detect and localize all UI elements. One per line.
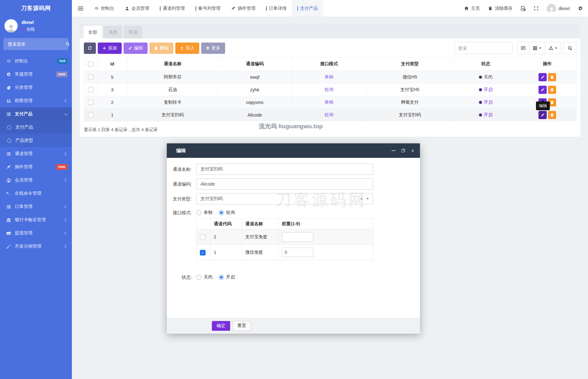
- confirm-button[interactable]: 确定: [212, 321, 230, 331]
- edit-button[interactable]: 编辑: [124, 43, 148, 54]
- sidebar-item-label: 提现管理: [15, 230, 65, 236]
- tab-member[interactable]: 会员管理: [119, 0, 154, 17]
- chevron-down-icon: [366, 198, 369, 199]
- sidebar-item-addon[interactable]: 插件管理new: [0, 160, 72, 174]
- column-header[interactable]: 支付类型: [367, 57, 453, 71]
- menu-toggle-icon[interactable]: [72, 0, 89, 17]
- column-header[interactable]: 接口模式: [292, 57, 367, 71]
- add-button[interactable]: 添加: [98, 43, 122, 54]
- column-header[interactable]: Id: [97, 57, 127, 71]
- delete-button[interactable]: [548, 73, 556, 81]
- select-all-checkbox[interactable]: [88, 61, 93, 67]
- column-header[interactable]: 通道名称: [127, 57, 218, 71]
- channel-code-label: 通道编码:: [167, 178, 196, 190]
- delete-button[interactable]: [548, 111, 556, 119]
- tab-channel-list[interactable]: 通道列管理: [154, 0, 190, 17]
- dialog-header[interactable]: 编辑 ×: [167, 143, 420, 158]
- edit-button[interactable]: [539, 86, 547, 94]
- channels-column-header: 通道名称: [242, 219, 279, 229]
- edit-button[interactable]: [539, 111, 547, 119]
- mode-link[interactable]: 轮询: [325, 87, 334, 92]
- sidebar-item-label: 产品类型: [15, 138, 67, 143]
- weight-input[interactable]: [282, 248, 313, 257]
- mode-link[interactable]: 轮询: [325, 112, 334, 117]
- channel-code: Alicode: [218, 109, 292, 121]
- language-icon[interactable]: A: [521, 6, 526, 11]
- tab-addon[interactable]: 插件管理: [226, 0, 261, 17]
- row-checkbox[interactable]: [88, 74, 93, 80]
- sidebar-item-category[interactable]: 分类管理: [0, 81, 72, 94]
- status-radio-关闭[interactable]: 关闭: [196, 274, 212, 280]
- sidebar-item-command[interactable]: >_在线命令管理: [0, 187, 72, 200]
- edit-button[interactable]: [539, 73, 547, 81]
- mode-link[interactable]: 单独: [325, 100, 334, 105]
- channel-checkbox[interactable]: ✓: [200, 250, 206, 256]
- minimize-icon[interactable]: [392, 150, 395, 151]
- sidebar-item-order[interactable]: 订单管理: [0, 200, 72, 213]
- tab-pay-product[interactable]: 支付产品: [292, 0, 323, 17]
- export-icon[interactable]: [545, 42, 561, 54]
- sidebar-item-auth[interactable]: 权限管理: [0, 94, 72, 107]
- filter-tab-all[interactable]: 全部: [84, 26, 102, 38]
- column-header[interactable]: 状态: [453, 57, 518, 71]
- close-icon[interactable]: ×: [411, 148, 414, 153]
- filter-tab-open[interactable]: 开启: [124, 26, 142, 38]
- sidebar-item-bankcard[interactable]: 银行卡验证管理: [0, 213, 72, 227]
- channels-table: 通道代码通道名称权重(1-9) 2支付宝免签✓1微信免签: [196, 218, 373, 260]
- pay-type-select[interactable]: 支付宝扫码 ✕: [196, 193, 373, 204]
- users-icon: [6, 99, 11, 103]
- filter-tabs: 全部关闭开启: [80, 23, 580, 38]
- status-radios: 关闭开启: [196, 274, 235, 280]
- clear-cache-button[interactable]: 清除缓存: [488, 6, 512, 11]
- tab-order-detail[interactable]: 订单详情: [261, 0, 292, 17]
- import-button[interactable]: 导入: [175, 43, 199, 54]
- sidebar-item-withdraw[interactable]: VISA提现管理: [0, 227, 72, 240]
- sidebar-item-dashboard[interactable]: 控制台hot: [0, 55, 72, 68]
- sidebar-item-product-type[interactable]: 产品类型: [0, 134, 72, 147]
- fullscreen-icon[interactable]: [534, 6, 539, 11]
- row-checkbox[interactable]: [88, 112, 93, 118]
- mode-radio-轮询[interactable]: 轮询: [219, 210, 235, 215]
- row-checkbox[interactable]: [88, 100, 93, 105]
- delete-button[interactable]: [548, 86, 556, 94]
- row-checkbox[interactable]: [88, 87, 93, 92]
- maximize-icon[interactable]: [401, 149, 405, 152]
- topbar-user[interactable]: dkewl: [547, 4, 570, 13]
- clear-select-icon[interactable]: ✕: [360, 197, 363, 201]
- sidebar-item-pay-product[interactable]: 支付产品: [0, 107, 72, 121]
- status-radio-开启[interactable]: 开启: [219, 274, 235, 280]
- channel-code-input[interactable]: [196, 178, 373, 190]
- refresh-button[interactable]: [84, 43, 96, 54]
- tab-dashboard[interactable]: 控制台: [89, 0, 119, 17]
- reset-button[interactable]: 重置: [233, 321, 251, 331]
- home-button[interactable]: 主页: [464, 6, 480, 11]
- mode-link[interactable]: 单独: [325, 74, 334, 79]
- cogs-icon[interactable]: [578, 6, 583, 11]
- channel-checkbox[interactable]: [200, 234, 206, 240]
- record-summary: 显示第 1 到第 4 条记录，总共 4 条记录: [84, 127, 576, 133]
- tab-account-list[interactable]: 账号列管理: [190, 0, 226, 17]
- delete-button[interactable]: 删除: [149, 43, 173, 54]
- sidebar-item-channel[interactable]: 通道管理: [0, 147, 72, 160]
- sidebar-item-general[interactable]: 常规管理new: [0, 68, 72, 81]
- table-search-input[interactable]: [454, 42, 513, 54]
- weight-input[interactable]: [282, 232, 313, 242]
- mode-label: 接口模式:: [167, 210, 196, 216]
- mode-radio-单独[interactable]: 单独: [196, 210, 212, 215]
- channel-name-input[interactable]: [196, 164, 373, 175]
- column-header[interactable]: 通道编码: [218, 57, 292, 71]
- sidebar-item-pay-product-sub[interactable]: 支付产品: [0, 121, 72, 134]
- more-button[interactable]: 更多: [201, 43, 225, 54]
- filter-tab-closed[interactable]: 关闭: [104, 26, 122, 38]
- sidebar-item-example[interactable]: 开发示例管理: [0, 240, 72, 253]
- detail-view-icon[interactable]: [517, 42, 529, 54]
- sidebar-item-member[interactable]: 会员管理: [0, 174, 72, 187]
- avatar[interactable]: [4, 19, 18, 32]
- columns-icon[interactable]: [529, 42, 545, 54]
- rocket-icon: [231, 6, 236, 11]
- channel-name-label: 通道名称:: [167, 164, 196, 175]
- sidebar-search[interactable]: [3, 38, 68, 50]
- search-button[interactable]: [564, 42, 576, 54]
- sidebar-search-input[interactable]: [7, 41, 66, 47]
- column-header[interactable]: 操作: [518, 57, 577, 71]
